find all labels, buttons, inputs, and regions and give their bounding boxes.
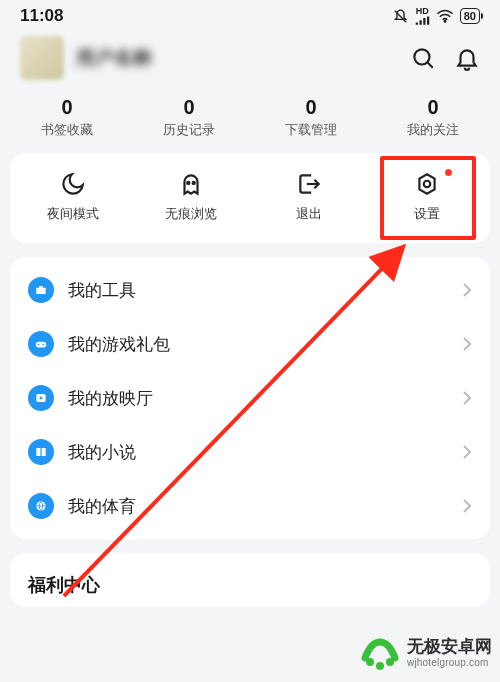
- exit-icon: [296, 171, 322, 197]
- watermark-sub: wjhotelgroup.com: [407, 657, 492, 668]
- my-list-card: 我的工具 我的游戏礼包 我的放映厅 我的小说: [10, 257, 490, 539]
- moon-icon: [60, 171, 86, 197]
- status-bar: 11:08 HD 80: [0, 0, 500, 28]
- svg-point-1: [414, 49, 429, 64]
- chevron-right-icon: [462, 498, 472, 514]
- quick-incognito[interactable]: 无痕浏览: [132, 171, 250, 223]
- bell-icon: [454, 45, 480, 71]
- username[interactable]: 用户名称: [76, 45, 152, 71]
- status-right: HD 80: [392, 7, 480, 26]
- settings-icon: [414, 171, 440, 197]
- badge-dot: [445, 169, 452, 176]
- stat-bookmarks[interactable]: 0 书签收藏: [6, 96, 128, 139]
- svg-point-0: [444, 21, 446, 23]
- stat-following[interactable]: 0 我的关注: [372, 96, 494, 139]
- list-item-tools[interactable]: 我的工具: [10, 263, 490, 317]
- svg-point-12: [376, 662, 384, 670]
- play-icon: [28, 385, 54, 411]
- wifi-icon: [436, 9, 454, 23]
- quick-label: 无痕浏览: [165, 205, 217, 223]
- stats-row: 0 书签收藏 0 历史记录 0 下载管理 0 我的关注: [0, 86, 500, 153]
- list-item-sports[interactable]: 我的体育: [10, 479, 490, 533]
- svg-rect-5: [36, 342, 47, 348]
- quick-label: 夜间模式: [47, 205, 99, 223]
- quick-label: 退出: [296, 205, 322, 223]
- welfare-card: 福利中心: [10, 553, 490, 607]
- svg-point-13: [386, 658, 394, 666]
- list-item-game-gift[interactable]: 我的游戏礼包: [10, 317, 490, 371]
- quick-label: 设置: [414, 205, 440, 223]
- svg-point-4: [424, 181, 431, 188]
- section-header: 福利中心: [10, 557, 490, 603]
- search-button[interactable]: [410, 45, 436, 71]
- briefcase-icon: [28, 277, 54, 303]
- list-label: 我的工具: [68, 279, 448, 302]
- signal-icon: HD: [415, 7, 430, 26]
- stat-downloads[interactable]: 0 下载管理: [250, 96, 372, 139]
- gamepad-icon: [28, 331, 54, 357]
- mute-icon: [392, 8, 409, 25]
- list-label: 我的放映厅: [68, 387, 448, 410]
- chevron-right-icon: [462, 282, 472, 298]
- watermark-title: 无极安卓网: [407, 638, 492, 657]
- watermark: 无极安卓网 wjhotelgroup.com: [359, 632, 492, 674]
- watermark-logo-icon: [359, 632, 401, 674]
- ghost-icon: [178, 171, 204, 197]
- quick-settings[interactable]: 设置: [368, 171, 486, 223]
- search-icon: [410, 45, 436, 71]
- notifications-button[interactable]: [454, 45, 480, 71]
- quick-actions-card: 夜间模式 无痕浏览 退出 设置: [10, 153, 490, 243]
- sports-icon: [28, 493, 54, 519]
- chevron-right-icon: [462, 336, 472, 352]
- svg-point-3: [193, 182, 195, 184]
- chevron-right-icon: [462, 444, 472, 460]
- list-item-novel[interactable]: 我的小说: [10, 425, 490, 479]
- list-label: 我的游戏礼包: [68, 333, 448, 356]
- list-item-cinema[interactable]: 我的放映厅: [10, 371, 490, 425]
- svg-point-11: [366, 658, 374, 666]
- profile-row: 用户名称: [0, 28, 500, 86]
- svg-point-7: [43, 344, 45, 346]
- stat-history[interactable]: 0 历史记录: [128, 96, 250, 139]
- battery-icon: 80: [460, 8, 480, 24]
- svg-point-6: [38, 344, 40, 346]
- book-icon: [28, 439, 54, 465]
- quick-exit[interactable]: 退出: [250, 171, 368, 223]
- svg-point-2: [187, 182, 189, 184]
- chevron-right-icon: [462, 390, 472, 406]
- avatar[interactable]: [20, 36, 64, 80]
- list-label: 我的小说: [68, 441, 448, 464]
- quick-night-mode[interactable]: 夜间模式: [14, 171, 132, 223]
- status-time: 11:08: [20, 6, 63, 26]
- list-label: 我的体育: [68, 495, 448, 518]
